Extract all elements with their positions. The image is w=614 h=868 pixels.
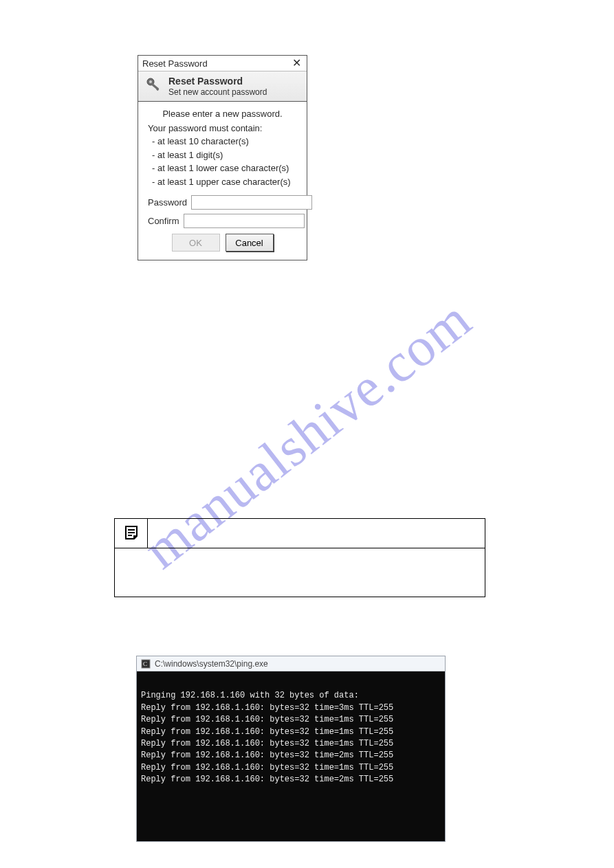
requirement-item: - at least 1 digit(s) (152, 148, 297, 162)
dialog-header: Reset Password Set new account password (138, 71, 307, 102)
close-icon[interactable]: ✕ (290, 58, 303, 69)
requirement-item: - at least 10 character(s) (152, 135, 297, 148)
cancel-button[interactable]: Cancel (226, 234, 274, 252)
svg-point-1 (149, 80, 152, 83)
password-input[interactable] (191, 195, 312, 210)
note-body (115, 548, 485, 597)
key-icon (145, 76, 163, 96)
requirement-item: - at least 1 upper case character(s) (152, 175, 297, 189)
cmd-titlebar[interactable]: C C:\windows\system32\ping.exe (137, 656, 445, 671)
dialog-titlebar[interactable]: Reset Password ✕ (138, 56, 307, 71)
svg-text:C: C (143, 660, 147, 667)
confirm-input[interactable] (184, 214, 305, 228)
cmd-window: C C:\windows\system32\ping.exe Pinging 1… (136, 656, 446, 842)
note-icon (124, 525, 139, 542)
cmd-output[interactable]: Pinging 192.168.1.160 with 32 bytes of d… (137, 671, 445, 841)
dialog-prompt: Please enter a new password. (148, 109, 297, 119)
dialog-header-subtitle: Set new account password (168, 87, 267, 97)
cmd-icon: C (141, 659, 151, 669)
note-header-cell (148, 519, 485, 548)
password-label: Password (148, 197, 187, 208)
cmd-title: C:\windows\system32\ping.exe (155, 659, 268, 669)
ok-button[interactable]: OK (172, 234, 220, 252)
requirement-item: - at least 1 lower case character(s) (152, 162, 297, 175)
requirements-header: Your password must contain: (148, 123, 297, 133)
dialog-window-title: Reset Password (142, 58, 208, 69)
reset-password-dialog: Reset Password ✕ Reset Password Set new … (138, 55, 307, 260)
note-box (114, 518, 485, 597)
dialog-header-title: Reset Password (168, 76, 267, 87)
requirements-list: - at least 10 character(s) - at least 1 … (152, 135, 297, 188)
confirm-label: Confirm (148, 216, 179, 226)
